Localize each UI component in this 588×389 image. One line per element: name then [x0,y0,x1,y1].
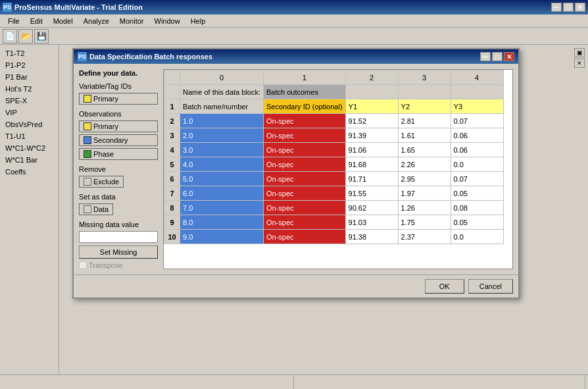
right-restore-button[interactable]: ▣ [574,48,585,57]
grid-cell[interactable]: 91.71 [345,172,398,186]
dialog-close-button[interactable]: ✕ [504,52,514,61]
row-num-cell: 1 [164,99,180,114]
minimize-button[interactable]: — [551,3,562,12]
menu-monitor[interactable]: Monitor [114,16,149,26]
grid-cell[interactable]: 91.38 [345,230,398,244]
grid-cell[interactable]: 0.07 [451,172,503,186]
grid-cell[interactable]: Y3 [451,99,503,114]
grid-cell[interactable]: 0.06 [451,143,503,157]
dialog-maximize-button[interactable]: □ [492,52,502,61]
grid-cell[interactable]: On-spec [264,157,346,172]
obs-primary-button[interactable]: Primary [79,120,158,132]
grid-cell[interactable]: Y1 [345,99,398,114]
grid-cell[interactable]: 0.08 [451,201,503,215]
grid-cell[interactable]: 2.81 [398,114,451,128]
grid-cell[interactable]: 1.65 [398,143,451,157]
sidebar-item-p1p2[interactable]: P1-P2 [3,59,56,71]
obs-primary-color [84,122,91,130]
grid-cell[interactable]: 0.05 [451,186,503,201]
grid-cell[interactable] [451,85,503,99]
sidebar-item-wc1bar[interactable]: W*C1 Bar [3,154,56,166]
menu-window[interactable]: Window [149,16,185,26]
grid-cell[interactable]: Batch outcomes [264,85,346,99]
grid-cell[interactable]: 2.37 [398,230,451,244]
grid-cell[interactable]: 0.07 [451,114,503,128]
secondary-button[interactable]: Secondary [79,134,158,146]
corner-header [164,70,180,85]
grid-cell[interactable] [398,85,451,99]
right-close-button[interactable]: ✕ [574,59,585,68]
grid-cell[interactable]: 0.0 [451,230,503,244]
close-button[interactable]: ✕ [575,3,585,12]
maximize-button[interactable]: □ [563,3,574,12]
open-button[interactable]: 📂 [18,29,33,43]
ok-button[interactable]: OK [425,279,464,294]
grid-cell[interactable]: 9.0 [180,230,264,244]
set-missing-button[interactable]: Set Missing [79,246,158,259]
grid-cell[interactable]: 7.0 [180,201,264,215]
missing-value-input[interactable] [79,231,158,243]
sidebar-item-spex[interactable]: SPE-X [3,95,56,107]
grid-cell[interactable]: On-spec [264,186,346,201]
grid-cell[interactable]: 0.0 [451,157,503,172]
grid-cell[interactable]: 8.0 [180,215,264,230]
grid-cell[interactable]: 2.0 [180,128,264,143]
grid-cell[interactable]: 2.95 [398,172,451,186]
grid-cell[interactable]: Secondary ID (optional) [264,99,346,114]
grid-cell[interactable]: 2.26 [398,157,451,172]
sidebar-item-hotst2[interactable]: Hot's T2 [3,83,56,95]
grid-cell[interactable]: 5.0 [180,172,264,186]
grid-cell[interactable]: 0.06 [451,128,503,143]
grid-cell[interactable]: 3.0 [180,143,264,157]
grid-cell[interactable]: 91.03 [345,215,398,230]
save-button[interactable]: 💾 [34,29,49,43]
sidebar-item-p1bar[interactable]: P1 Bar [3,71,56,83]
grid-cell[interactable]: 1.97 [398,186,451,201]
grid-cell[interactable]: 1.61 [398,128,451,143]
primary-variable-button[interactable]: Primary [79,93,158,105]
grid-cell[interactable]: On-spec [264,143,346,157]
menu-analyze[interactable]: Analyze [78,16,114,26]
grid-cell[interactable]: Name of this data block: [180,85,264,99]
sidebar-item-coeffs[interactable]: Coeffs [3,166,56,178]
grid-cell[interactable]: Batch name/number [180,99,264,114]
grid-cell[interactable]: 1.75 [398,215,451,230]
grid-cell[interactable]: 91.06 [345,143,398,157]
data-button[interactable]: Data [79,203,113,215]
grid-cell[interactable]: 91.55 [345,186,398,201]
new-button[interactable]: 📄 [3,29,17,43]
menu-help[interactable]: Help [185,16,211,26]
transpose-checkbox[interactable] [79,261,87,269]
dialog-minimize-button[interactable]: — [480,52,491,61]
grid-cell[interactable]: On-spec [264,215,346,230]
menu-edit[interactable]: Edit [25,16,48,26]
grid-cell[interactable]: 6.0 [180,186,264,201]
grid-cell[interactable] [345,85,398,99]
grid-cell[interactable]: 90.62 [345,201,398,215]
grid-cell[interactable]: On-spec [264,172,346,186]
grid-cell[interactable]: On-spec [264,230,346,244]
grid-cell[interactable]: On-spec [264,114,346,128]
sidebar-item-obsvspred[interactable]: ObsVsPred [3,118,56,130]
grid-cell[interactable]: 91.52 [345,114,398,128]
grid-cell[interactable]: Y2 [398,99,451,114]
sidebar-item-t1u1[interactable]: T1-U1 [3,130,56,142]
grid-cell[interactable]: 91.39 [345,128,398,143]
grid-scroll-area[interactable]: 0 1 2 3 4 Name of this data block:Batch … [164,70,512,269]
sidebar-item-t1t2[interactable]: T1-T2 [3,47,56,59]
sidebar-item-vip[interactable]: VIP [3,107,56,118]
grid-cell[interactable]: 0.05 [451,215,503,230]
grid-cell[interactable]: 1.0 [180,114,264,128]
title-bar: PS ProSensus MultiVariate - Trial Editio… [0,0,588,14]
grid-cell[interactable]: On-spec [264,201,346,215]
menu-model[interactable]: Model [48,16,78,26]
grid-cell[interactable]: 91.68 [345,157,398,172]
menu-file[interactable]: File [3,16,25,26]
grid-cell[interactable]: 1.26 [398,201,451,215]
cancel-button[interactable]: Cancel [468,279,513,294]
grid-cell[interactable]: On-spec [264,128,346,143]
grid-cell[interactable]: 4.0 [180,157,264,172]
sidebar-item-wc1wc2[interactable]: W*C1-W*C2 [3,142,56,154]
exclude-button[interactable]: Exclude [79,176,124,188]
phase-button[interactable]: Phase [79,148,158,160]
